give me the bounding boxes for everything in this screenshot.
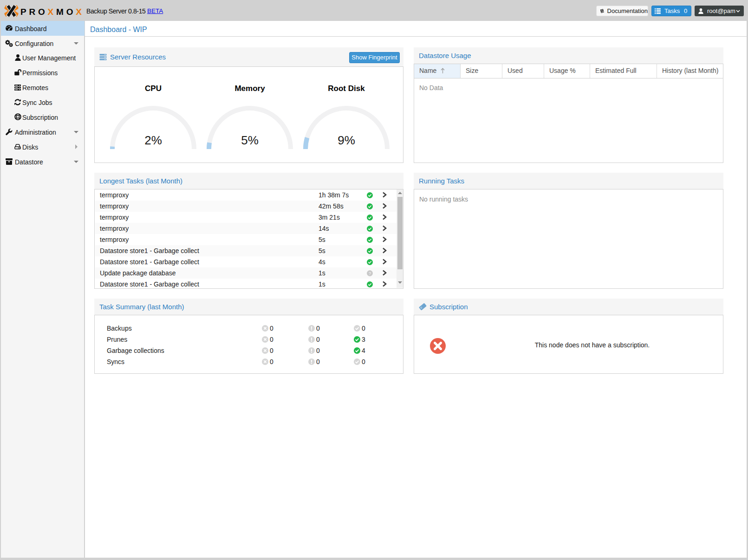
svg-text:?: ? <box>369 271 371 276</box>
